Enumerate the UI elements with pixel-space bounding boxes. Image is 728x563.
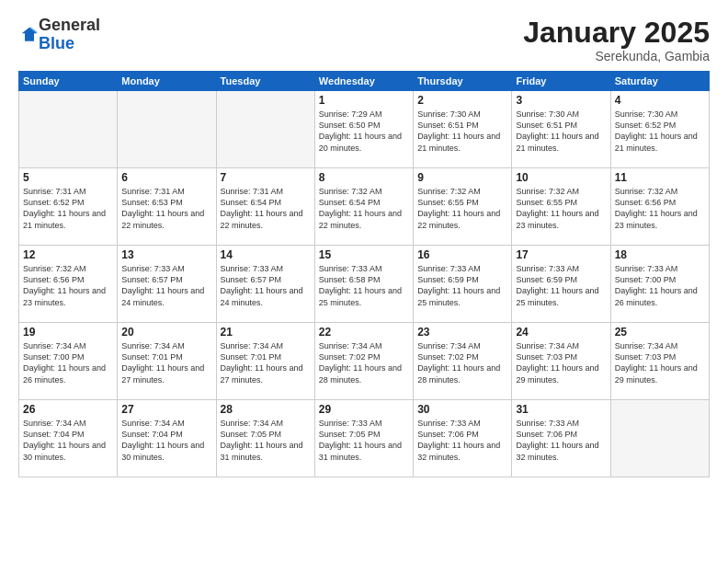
cell-info: Sunrise: 7:34 AM Sunset: 7:01 PM Dayligh… xyxy=(221,340,311,385)
day-number: 14 xyxy=(221,248,311,261)
table-row: 23Sunrise: 7:34 AM Sunset: 7:02 PM Dayli… xyxy=(414,323,512,400)
col-sunday: Sunday xyxy=(19,72,118,91)
table-row: 29Sunrise: 7:33 AM Sunset: 7:05 PM Dayli… xyxy=(314,400,413,477)
cell-info: Sunrise: 7:34 AM Sunset: 7:00 PM Dayligh… xyxy=(23,340,113,385)
table-row: 14Sunrise: 7:33 AM Sunset: 6:57 PM Dayli… xyxy=(216,246,314,323)
cell-info: Sunrise: 7:34 AM Sunset: 7:05 PM Dayligh… xyxy=(221,418,311,463)
cell-info: Sunrise: 7:32 AM Sunset: 6:56 PM Dayligh… xyxy=(23,263,113,308)
table-row: 6Sunrise: 7:31 AM Sunset: 6:53 PM Daylig… xyxy=(118,168,216,246)
table-row: 28Sunrise: 7:34 AM Sunset: 7:05 PM Dayli… xyxy=(216,400,314,477)
week-row-4: 19Sunrise: 7:34 AM Sunset: 7:00 PM Dayli… xyxy=(19,323,710,400)
cell-info: Sunrise: 7:33 AM Sunset: 7:05 PM Dayligh… xyxy=(319,418,409,463)
logo-blue: Blue xyxy=(39,35,100,53)
col-monday: Monday xyxy=(118,72,216,91)
day-number: 15 xyxy=(319,248,409,261)
table-row: 26Sunrise: 7:34 AM Sunset: 7:04 PM Dayli… xyxy=(19,400,118,477)
table-row: 20Sunrise: 7:34 AM Sunset: 7:01 PM Dayli… xyxy=(118,323,216,400)
day-number: 24 xyxy=(516,326,606,339)
cell-info: Sunrise: 7:32 AM Sunset: 6:56 PM Dayligh… xyxy=(615,186,705,231)
table-row: 10Sunrise: 7:32 AM Sunset: 6:55 PM Dayli… xyxy=(512,168,610,246)
col-thursday: Thursday xyxy=(414,72,512,91)
day-number: 1 xyxy=(319,94,409,107)
day-number: 20 xyxy=(121,326,211,339)
day-number: 16 xyxy=(417,248,507,261)
table-row: 25Sunrise: 7:34 AM Sunset: 7:03 PM Dayli… xyxy=(610,323,709,400)
table-row: 11Sunrise: 7:32 AM Sunset: 6:56 PM Dayli… xyxy=(610,168,709,246)
table-row xyxy=(610,400,709,477)
header-row: Sunday Monday Tuesday Wednesday Thursday… xyxy=(19,72,710,91)
day-number: 26 xyxy=(23,403,113,416)
logo-general: General xyxy=(39,17,100,35)
cell-info: Sunrise: 7:34 AM Sunset: 7:04 PM Dayligh… xyxy=(23,418,113,463)
week-row-3: 12Sunrise: 7:32 AM Sunset: 6:56 PM Dayli… xyxy=(19,246,710,323)
table-row: 9Sunrise: 7:32 AM Sunset: 6:55 PM Daylig… xyxy=(414,168,512,246)
table-row: 5Sunrise: 7:31 AM Sunset: 6:52 PM Daylig… xyxy=(19,168,118,246)
day-number: 13 xyxy=(121,248,211,261)
col-tuesday: Tuesday xyxy=(216,72,314,91)
table-row: 3Sunrise: 7:30 AM Sunset: 6:51 PM Daylig… xyxy=(512,91,610,168)
week-row-2: 5Sunrise: 7:31 AM Sunset: 6:52 PM Daylig… xyxy=(19,168,710,246)
cell-info: Sunrise: 7:33 AM Sunset: 6:58 PM Dayligh… xyxy=(319,263,409,308)
table-row: 1Sunrise: 7:29 AM Sunset: 6:50 PM Daylig… xyxy=(314,91,413,168)
cell-info: Sunrise: 7:33 AM Sunset: 7:00 PM Dayligh… xyxy=(615,263,705,308)
table-row: 7Sunrise: 7:31 AM Sunset: 6:54 PM Daylig… xyxy=(216,168,314,246)
table-row: 24Sunrise: 7:34 AM Sunset: 7:03 PM Dayli… xyxy=(512,323,610,400)
table-row: 18Sunrise: 7:33 AM Sunset: 7:00 PM Dayli… xyxy=(610,246,709,323)
cell-info: Sunrise: 7:34 AM Sunset: 7:03 PM Dayligh… xyxy=(615,340,705,385)
day-number: 9 xyxy=(417,171,507,184)
logo-icon xyxy=(20,26,39,44)
cell-info: Sunrise: 7:32 AM Sunset: 6:54 PM Dayligh… xyxy=(319,186,409,231)
calendar-table: Sunday Monday Tuesday Wednesday Thursday… xyxy=(18,71,710,477)
cell-info: Sunrise: 7:31 AM Sunset: 6:54 PM Dayligh… xyxy=(221,186,311,231)
cell-info: Sunrise: 7:32 AM Sunset: 6:55 PM Dayligh… xyxy=(516,186,606,231)
table-row: 12Sunrise: 7:32 AM Sunset: 6:56 PM Dayli… xyxy=(19,246,118,323)
calendar-page: General Blue January 2025 Serekunda, Gam… xyxy=(0,0,728,563)
table-row xyxy=(19,91,118,168)
table-row: 30Sunrise: 7:33 AM Sunset: 7:06 PM Dayli… xyxy=(414,400,512,477)
day-number: 28 xyxy=(221,403,311,416)
day-number: 23 xyxy=(417,326,507,339)
logo: General Blue xyxy=(18,17,100,53)
cell-info: Sunrise: 7:34 AM Sunset: 7:02 PM Dayligh… xyxy=(417,340,507,385)
cell-info: Sunrise: 7:30 AM Sunset: 6:51 PM Dayligh… xyxy=(516,109,606,154)
day-number: 7 xyxy=(221,171,311,184)
day-number: 31 xyxy=(516,403,606,416)
table-row: 16Sunrise: 7:33 AM Sunset: 6:59 PM Dayli… xyxy=(414,246,512,323)
cell-info: Sunrise: 7:31 AM Sunset: 6:52 PM Dayligh… xyxy=(23,186,113,231)
day-number: 5 xyxy=(23,171,113,184)
day-number: 19 xyxy=(23,326,113,339)
logo-text: General Blue xyxy=(39,17,100,53)
cell-info: Sunrise: 7:33 AM Sunset: 6:57 PM Dayligh… xyxy=(221,263,311,308)
week-row-1: 1Sunrise: 7:29 AM Sunset: 6:50 PM Daylig… xyxy=(19,91,710,168)
cell-info: Sunrise: 7:33 AM Sunset: 7:06 PM Dayligh… xyxy=(516,418,606,463)
cell-info: Sunrise: 7:34 AM Sunset: 7:02 PM Dayligh… xyxy=(319,340,409,385)
day-number: 4 xyxy=(615,94,705,107)
day-number: 25 xyxy=(615,326,705,339)
cell-info: Sunrise: 7:34 AM Sunset: 7:04 PM Dayligh… xyxy=(121,418,211,463)
cell-info: Sunrise: 7:29 AM Sunset: 6:50 PM Dayligh… xyxy=(319,109,409,154)
calendar-subtitle: Serekunda, Gambia xyxy=(523,49,710,63)
day-number: 10 xyxy=(516,171,606,184)
day-number: 27 xyxy=(121,403,211,416)
svg-marker-0 xyxy=(22,27,38,40)
day-number: 29 xyxy=(319,403,409,416)
day-number: 8 xyxy=(319,171,409,184)
table-row: 17Sunrise: 7:33 AM Sunset: 6:59 PM Dayli… xyxy=(512,246,610,323)
cell-info: Sunrise: 7:32 AM Sunset: 6:55 PM Dayligh… xyxy=(417,186,507,231)
day-number: 22 xyxy=(319,326,409,339)
day-number: 17 xyxy=(516,248,606,261)
cell-info: Sunrise: 7:30 AM Sunset: 6:52 PM Dayligh… xyxy=(615,109,705,154)
table-row: 27Sunrise: 7:34 AM Sunset: 7:04 PM Dayli… xyxy=(118,400,216,477)
table-row xyxy=(118,91,216,168)
cell-info: Sunrise: 7:33 AM Sunset: 7:06 PM Dayligh… xyxy=(417,418,507,463)
day-number: 30 xyxy=(417,403,507,416)
day-number: 3 xyxy=(516,94,606,107)
day-number: 12 xyxy=(23,248,113,261)
calendar-title: January 2025 xyxy=(523,17,710,49)
cell-info: Sunrise: 7:33 AM Sunset: 6:59 PM Dayligh… xyxy=(417,263,507,308)
col-wednesday: Wednesday xyxy=(314,72,413,91)
week-row-5: 26Sunrise: 7:34 AM Sunset: 7:04 PM Dayli… xyxy=(19,400,710,477)
table-row: 15Sunrise: 7:33 AM Sunset: 6:58 PM Dayli… xyxy=(314,246,413,323)
day-number: 2 xyxy=(417,94,507,107)
cell-info: Sunrise: 7:30 AM Sunset: 6:51 PM Dayligh… xyxy=(417,109,507,154)
